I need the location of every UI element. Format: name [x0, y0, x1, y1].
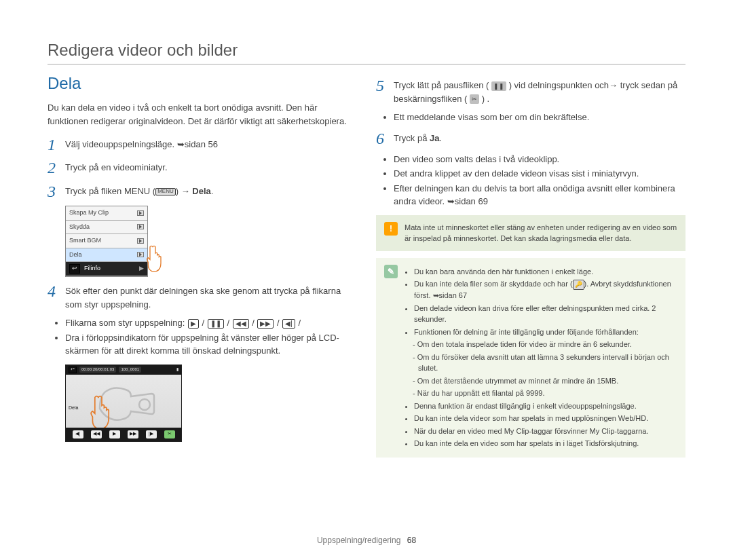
note-subitem: När du har uppnått ett filantal på 9999. [418, 388, 677, 399]
rewind-icon: ◀◀ [91, 430, 102, 438]
return-icon: ↩ [69, 367, 77, 373]
text: ) . [482, 94, 490, 104]
step-6-bullets: Den video som valts delas i två videokli… [394, 153, 685, 208]
note-box: ✎ Du kan bara använda den här funktionen… [376, 258, 685, 458]
note-item: Du kan inte dela filer som är skyddade o… [414, 278, 677, 301]
bullet: Flikarna som styr uppspelning: ▶ / ❚❚ / … [65, 316, 357, 330]
chevron-right-icon [137, 238, 144, 244]
text: Tryck på [394, 133, 430, 143]
menu-icon: MENU [155, 188, 176, 195]
content-columns: Dela Du kan dela en video i två och enke… [48, 71, 685, 464]
cut-icon: ✂ [470, 94, 479, 104]
note-subitem: Om du försöker dela avsnitt utan att läm… [418, 352, 677, 374]
frame-back-icon: ◀| [282, 319, 295, 329]
chevron-right-icon [137, 252, 144, 257]
pause-icon: ❚❚ [208, 319, 224, 329]
player-controls: ◀| ◀◀ ▶ ▶▶ |▶ ✂ [66, 428, 181, 441]
play-icon: ▶ [188, 319, 199, 329]
note-icon: ✎ [384, 265, 398, 278]
menu-item-selected: Dela [66, 248, 147, 263]
step-number: 3 [48, 183, 60, 200]
step-5-bullets: Ett meddelande visas som ber om din bekr… [394, 111, 685, 124]
timecode: 00:00:20/00:01:03 [79, 367, 116, 373]
key-icon: 🔑 [573, 280, 584, 291]
svg-point-0 [139, 399, 150, 410]
bullet: Ett meddelande visas som ber om din bekr… [394, 111, 685, 124]
step-5: 5 Tryck lätt på pausfliken ( ❚❚ ) vid de… [376, 77, 685, 105]
step-text: Tryck på en videominiatyr. [65, 159, 357, 174]
rewind-icon: ◀◀ [233, 319, 249, 329]
frame-back-icon: ◀| [73, 430, 83, 438]
bullet: Den video som valts delas i två videokli… [394, 153, 685, 166]
menu-item: Skydda [66, 221, 147, 235]
step-text: Tryck lätt på pausfliken ( ❚❚ ) vid deln… [394, 77, 685, 105]
step-text: Sök efter den punkt där delningen ska sk… [65, 282, 357, 311]
menu-label: Dela [69, 250, 82, 260]
step-number: 1 [48, 136, 60, 153]
note-subitem: Om det återstående utrymmet av minnet är… [418, 375, 677, 387]
text: Tryck lätt på pausfliken ( [394, 80, 489, 90]
cut-icon: ✂ [164, 430, 175, 438]
footer-section: Uppspelning/redigering [317, 536, 400, 545]
page: Redigera videor och bilder Dela Du kan d… [0, 0, 733, 560]
step-number: 5 [376, 77, 388, 94]
pause-icon: ❚❚ [491, 81, 506, 91]
hand-pointer-icon [90, 395, 113, 426]
text: Du kan inte dela filer som är skyddade o… [414, 280, 573, 288]
step-number: 2 [48, 159, 60, 176]
forward-icon: ▶▶ [128, 430, 138, 438]
player-body: Dela [66, 375, 181, 428]
note-item: När du delar en video med My Clip-taggar… [414, 426, 677, 437]
forward-icon: ▶▶ [257, 319, 274, 329]
warning-box: ! Mata inte ut minneskortet eller stäng … [376, 215, 685, 251]
text: ) → [176, 186, 193, 196]
menu-footer: ↩ Filinfo ▶ [66, 262, 147, 276]
page-number: 68 [407, 536, 416, 545]
step-4-bullets: Flikarna som styr uppspelning: ▶ / ❚❚ / … [65, 316, 357, 358]
return-icon: ↩ [69, 264, 80, 274]
note-item: Funktionen för delning är inte tillgängl… [414, 326, 677, 338]
page-title: Redigera videor och bilder [48, 41, 685, 64]
text: . [439, 133, 442, 143]
chevron-right-icon [137, 224, 144, 229]
bullet: Efter delningen kan du delvis ta bort al… [394, 182, 685, 208]
bold-dela: Dela [192, 186, 210, 196]
frame-fwd-icon: |▶ [146, 430, 157, 438]
warning-text: Mata inte ut minneskortet eller stäng av… [405, 222, 677, 244]
menu-item: Smart BGM [66, 234, 147, 248]
text: Tryck på fliken MENU ( [65, 186, 155, 196]
menu-illustration: Skapa My Clip Skydda Smart BGM Dela ↩ Fi… [65, 206, 148, 277]
player-topbar: ↩ 00:00:20/00:01:03 100_0001 ▮ [66, 365, 181, 375]
menu-label: Skapa My Clip [69, 208, 109, 218]
menu-item: Skapa My Clip [66, 206, 147, 221]
chevron-right-icon [137, 210, 144, 216]
step-number: 4 [48, 282, 60, 300]
note-item: Du kan bara använda den här funktionen i… [414, 266, 677, 278]
text: . [211, 186, 214, 196]
step-3: 3 Tryck på fliken MENU (MENU) → Dela. [48, 183, 357, 200]
step-1: 1 Välj videouppspelningsläge. ➥sidan 56 [48, 136, 357, 153]
left-column: Dela Du kan dela en video i två och enke… [48, 71, 357, 464]
bold-ja: Ja [430, 133, 439, 143]
note-list: Du kan bara använda den här funktionen i… [405, 265, 677, 451]
step-number: 6 [376, 130, 388, 147]
file-name: 100_0001 [119, 367, 141, 373]
intro-text: Du kan dela en video i två och enkelt ta… [48, 101, 357, 128]
hand-pointer-icon [146, 245, 165, 272]
note-item: Du kan inte dela videor som har spelats … [414, 413, 677, 424]
step-6: 6 Tryck på Ja. [376, 130, 685, 147]
step-text: Välj videouppspelningsläge. ➥sidan 56 [65, 136, 357, 151]
menu-label: Filinfo [84, 264, 100, 274]
warning-icon: ! [384, 222, 398, 236]
text: Flikarna som styr uppspelning: [65, 318, 185, 328]
menu-label: Smart BGM [69, 236, 101, 246]
note-item: Den delade videon kan driva före eller e… [414, 303, 677, 325]
right-column: 5 Tryck lätt på pausfliken ( ❚❚ ) vid de… [376, 71, 685, 464]
footer: Uppspelning/redigering 68 [0, 536, 733, 545]
bullet: Dra i förloppsindikatorn för uppspelning… [65, 331, 357, 358]
step-2: 2 Tryck på en videominiatyr. [48, 159, 357, 176]
play-icon: ▶ [139, 264, 144, 274]
bullet: Det andra klippet av den delade videon v… [394, 167, 685, 181]
battery-icon: ▮ [176, 367, 178, 373]
note-item: Du kan inte dela en video som har spelat… [414, 438, 677, 449]
